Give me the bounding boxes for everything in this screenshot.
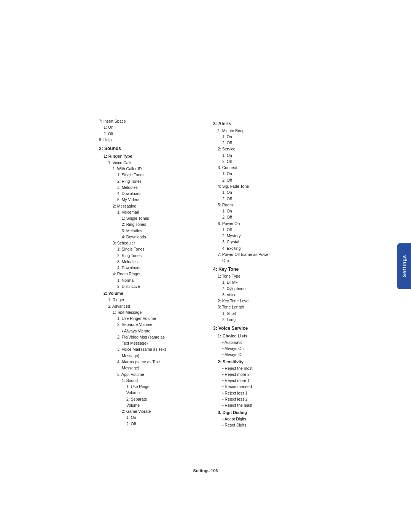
list-item: 2: Game Vibrate [99, 408, 198, 414]
right-column: 3: Alerts1: Minute Beep1: On2: Off2: Ser… [213, 118, 312, 456]
list-item: 3: Scheduler [99, 240, 198, 246]
list-item: 2: Off [99, 131, 198, 137]
list-item: Volume [99, 402, 198, 408]
list-item: 1: Voicemail [99, 209, 198, 215]
list-item: 2: Ring Tones [99, 252, 198, 259]
list-item: • Always On [213, 345, 312, 351]
list-item: 1: On [99, 414, 198, 420]
list-item: • Always Off [213, 351, 312, 358]
list-item: 4: Downloads [99, 265, 198, 271]
list-item: 2: Advanced [99, 303, 198, 309]
list-item: 3: Melodies [99, 184, 198, 190]
list-item: 3: Melodies [99, 259, 198, 265]
list-item: 4: Downloads [99, 190, 198, 197]
list-item: • Reset Digits [213, 422, 312, 428]
list-item: 2: Ring Tones [99, 178, 198, 184]
list-item: 1: With Caller ID [99, 166, 198, 172]
list-item: 2: Messaging [99, 203, 198, 209]
list-item: 2: Off [213, 158, 312, 165]
list-item: 1: Ringer Type [99, 153, 198, 160]
list-item: 2: Mystery [213, 233, 312, 239]
list-item: 1: Minute Beep [213, 128, 312, 134]
list-item: 3: Digit Dialing [213, 409, 312, 416]
list-item: 2: Key Tone Level [213, 298, 312, 304]
list-item: • Reject more 2 [213, 371, 312, 377]
list-item: 1: DTMF [213, 279, 312, 285]
list-item: 1: On [213, 208, 312, 214]
list-item: • Reject less 1 [213, 390, 312, 396]
list-item: 1: Use Ringer Volume [99, 315, 198, 321]
list-item: 1: Sound [99, 377, 198, 383]
list-item: 2: Pic/Video Msg (same as [99, 334, 198, 340]
list-item: 2: Sounds [99, 145, 198, 152]
list-item: Message) [99, 353, 198, 359]
list-item: 2: Sensitivity [213, 359, 312, 365]
list-item: 1: Single Tones [99, 172, 198, 178]
list-item: • Automatic [213, 339, 312, 345]
list-item: 2: Ring Tones [99, 221, 198, 227]
list-item: 3: Voice Mail (same as Text [99, 346, 198, 352]
list-item: 2: Distinctive [99, 283, 198, 289]
list-item: 4: Exciting [213, 245, 312, 251]
list-item: 8: Help [99, 137, 198, 143]
list-item: • Adapt Digits [213, 416, 312, 422]
list-item: On) [213, 257, 312, 264]
list-item: • Recommended [213, 383, 312, 390]
list-item: • Always Vibrate [99, 328, 198, 334]
list-item: 1: On [213, 152, 312, 158]
list-item: 1: On [213, 134, 312, 140]
list-item: 2: Separate Volume [99, 321, 198, 328]
list-item: 1: On [213, 171, 312, 177]
list-item: 1: Use Ringer [99, 383, 198, 390]
list-item: 3: Connect [213, 165, 312, 171]
list-item: 2: Off [213, 214, 312, 220]
list-item: • Reject more 1 [213, 377, 312, 383]
list-item: 6: Power On [213, 220, 312, 227]
list-item: 1: Voice Calls [99, 160, 198, 166]
list-item: 7: Insert Space [99, 118, 198, 124]
list-item: 3: Alerts [213, 120, 312, 128]
list-item: 2: Long [213, 316, 312, 323]
list-item: Text Message) [99, 340, 198, 346]
list-item: 1: On [213, 189, 312, 195]
list-item: 2: Volume [99, 290, 198, 297]
list-item: 4: Downloads [99, 234, 198, 240]
list-item: • Reject the least [213, 402, 312, 408]
list-item: 1: Choice Lists [213, 333, 312, 339]
list-item: 3: Crystal [213, 239, 312, 245]
list-item: • Reject the most [213, 365, 312, 371]
list-item: 1: Tone Type [213, 273, 312, 279]
page-content: 7: Insert Space1: On2: Off8: Help2: Soun… [0, 118, 411, 456]
list-item: 2: Off [213, 196, 312, 202]
settings-tab[interactable]: Settings [397, 243, 411, 289]
list-item: 2: Xylophone [213, 286, 312, 292]
list-item: 3: Tone Length [213, 304, 312, 310]
list-item: 2: Service [213, 146, 312, 152]
list-item: 1: Normal [99, 277, 198, 283]
list-item: 4: Roam Ringer [99, 271, 198, 277]
list-item: Volume [99, 390, 198, 396]
list-item: 4: Alarms (same as Text [99, 359, 198, 365]
list-item: 1: Off [213, 227, 312, 233]
list-item: 1: On [99, 124, 198, 130]
list-item: 3: Melodies [99, 228, 198, 234]
list-item: 3: Voice [213, 292, 312, 298]
list-item: 1: Short [213, 310, 312, 316]
list-item: 5: App. Volume [99, 371, 198, 377]
list-item: 4: Key Tone [213, 266, 312, 273]
list-item: 2: Off [213, 140, 312, 146]
list-item: 4: Sig. Fade Tone [213, 183, 312, 189]
list-item: 1: Single Tones [99, 246, 198, 252]
list-item: 5: My Videos [99, 197, 198, 203]
list-item: • Reject less 2 [213, 396, 312, 402]
list-item: 1: Text Message [99, 309, 198, 315]
footer-text: Settings 106 [193, 468, 218, 473]
list-item: Message) [99, 365, 198, 371]
list-item: 2: Off [213, 177, 312, 183]
list-item: 5: Roam [213, 202, 312, 208]
list-item: 2: Separate [99, 396, 198, 402]
list-item: 7: Power Off (same as Power [213, 251, 312, 257]
list-item: 3: Voice Service [213, 325, 312, 332]
list-item: 1: Single Tones [99, 215, 198, 221]
settings-tab-label: Settings [401, 255, 407, 277]
